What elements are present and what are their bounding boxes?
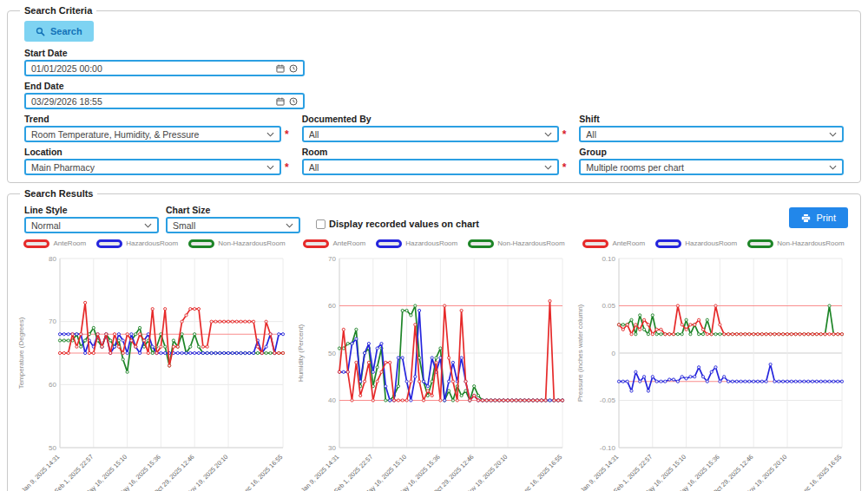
svg-text:30: 30 — [328, 444, 336, 452]
svg-text:Jan 9, 2025 14:31: Jan 9, 2025 14:31 — [20, 453, 62, 491]
display-values-label: Display recorded values on chart — [329, 219, 479, 229]
required-asterisk: * — [285, 163, 289, 172]
chart-plot: 50607080Jan 9, 2025 14:31Feb 1, 2025 22:… — [16, 250, 293, 491]
print-button[interactable]: Print — [789, 207, 848, 228]
humidity-chart: AnteRoomHazardousRoomNon-HazardousRoom 3… — [296, 237, 572, 491]
line-style-label: Line Style — [24, 205, 159, 215]
legend-swatch — [468, 239, 494, 248]
svg-text:Humidity (Percent): Humidity (Percent) — [297, 324, 305, 383]
svg-text:80: 80 — [49, 255, 56, 263]
trend-select[interactable]: Room Temperature, Humidity, & Pressure — [24, 126, 281, 142]
display-values-checkbox[interactable]: Display recorded values on chart — [316, 219, 479, 229]
room-label: Room — [302, 147, 567, 157]
trend-label: Trend — [24, 114, 289, 124]
documented-by-select[interactable]: All — [302, 126, 559, 142]
legend-item[interactable]: AnteRoom — [582, 239, 645, 248]
svg-text:Jan 9, 2025 14:31: Jan 9, 2025 14:31 — [299, 453, 341, 491]
temperature-chart: AnteRoomHazardousRoomNon-HazardousRoom 5… — [16, 237, 293, 491]
svg-text:-0.10: -0.10 — [600, 444, 616, 452]
legend-swatch — [747, 239, 773, 248]
chart-size-label: Chart Size — [166, 205, 300, 215]
svg-text:70: 70 — [49, 318, 56, 325]
legend-label: AnteRoom — [332, 239, 365, 247]
checkbox-icon[interactable] — [316, 219, 326, 229]
start-date-label: Start Date — [24, 48, 844, 58]
legend-label: HazardousRoom — [126, 239, 178, 247]
chevron-down-icon — [829, 132, 837, 137]
required-asterisk: * — [562, 130, 567, 139]
search-button[interactable]: Search — [24, 21, 94, 42]
calendar-icon[interactable] — [276, 64, 285, 73]
required-asterisk: * — [285, 130, 289, 139]
chevron-down-icon — [266, 132, 274, 137]
legend-swatch — [96, 239, 122, 248]
svg-text:-0.05: -0.05 — [600, 396, 616, 404]
end-date-value: 03/29/2026 18:55 — [31, 96, 272, 107]
documented-by-value: All — [309, 129, 540, 140]
group-value: Multiple rooms per chart — [586, 162, 825, 173]
chevron-down-icon — [544, 132, 552, 137]
location-select[interactable]: Main Pharmacy — [24, 159, 281, 175]
location-label: Location — [24, 147, 289, 157]
required-asterisk: * — [562, 163, 567, 172]
legend-item[interactable]: AnteRoom — [23, 239, 86, 248]
svg-text:Dec 16, 2025 16:55: Dec 16, 2025 16:55 — [799, 453, 843, 491]
documented-by-label: Documented By — [302, 114, 567, 124]
svg-text:60: 60 — [328, 302, 336, 310]
clock-icon[interactable] — [289, 97, 298, 106]
start-date-input[interactable]: 01/01/2025 00:00 — [24, 60, 305, 76]
pressure-chart: AnteRoomHazardousRoomNon-HazardousRoom -… — [575, 237, 852, 491]
svg-text:Pressure (inches water column): Pressure (inches water column) — [576, 304, 584, 402]
svg-text:70: 70 — [328, 255, 336, 263]
svg-text:0: 0 — [612, 350, 616, 357]
svg-text:Jan 9, 2025 14:31: Jan 9, 2025 14:31 — [579, 453, 621, 491]
charts-row: AnteRoomHazardousRoomNon-HazardousRoom 5… — [16, 237, 852, 491]
svg-text:0.05: 0.05 — [602, 302, 615, 310]
chart-size-select[interactable]: Small — [166, 217, 300, 233]
chart-legend: AnteRoomHazardousRoomNon-HazardousRoom — [296, 237, 572, 250]
svg-text:50: 50 — [49, 444, 56, 452]
legend-swatch — [188, 239, 214, 248]
shift-value: All — [586, 129, 825, 140]
legend-item[interactable]: Non-HazardousRoom — [747, 239, 844, 248]
shift-label: Shift — [579, 114, 844, 124]
group-select[interactable]: Multiple rooms per chart — [579, 159, 844, 175]
svg-text:Dec 16, 2025 16:55: Dec 16, 2025 16:55 — [240, 453, 284, 491]
search-icon — [36, 27, 45, 36]
search-criteria-legend: Search Criteria — [20, 5, 96, 16]
room-value: All — [309, 162, 540, 173]
legend-item[interactable]: HazardousRoom — [655, 239, 737, 248]
shift-select[interactable]: All — [579, 126, 844, 142]
line-style-select[interactable]: Normal — [24, 217, 159, 233]
legend-item[interactable]: Non-HazardousRoom — [468, 239, 564, 248]
chart-size-value: Small — [173, 220, 281, 231]
svg-text:50: 50 — [328, 350, 336, 357]
clock-icon[interactable] — [289, 64, 298, 73]
chevron-down-icon — [286, 223, 293, 228]
legend-item[interactable]: HazardousRoom — [96, 239, 178, 248]
trend-value: Room Temperature, Humidity, & Pressure — [31, 129, 262, 140]
printer-icon — [801, 213, 811, 223]
legend-item[interactable]: HazardousRoom — [376, 239, 457, 248]
print-button-label: Print — [816, 213, 836, 223]
search-criteria-panel: Search Criteria Search Start Date 01/01/… — [7, 5, 861, 183]
legend-item[interactable]: Non-HazardousRoom — [188, 239, 285, 248]
search-button-label: Search — [50, 26, 82, 36]
legend-swatch — [655, 239, 681, 248]
legend-item[interactable]: AnteRoom — [303, 239, 365, 248]
svg-text:Temperature (Degrees): Temperature (Degrees) — [17, 317, 25, 389]
legend-label: Non-HazardousRoom — [497, 239, 564, 247]
chart-legend: AnteRoomHazardousRoomNon-HazardousRoom — [16, 237, 293, 250]
legend-swatch — [303, 239, 329, 248]
line-style-value: Normal — [31, 220, 140, 231]
calendar-icon[interactable] — [276, 97, 285, 106]
legend-swatch — [582, 239, 608, 248]
end-date-input[interactable]: 03/29/2026 18:55 — [24, 93, 305, 109]
chevron-down-icon — [266, 165, 274, 170]
legend-label: AnteRoom — [612, 239, 645, 247]
chevron-down-icon — [829, 165, 837, 170]
search-results-panel: Search Results Line Style Normal Chart S… — [7, 188, 861, 491]
chart-plot: 3040506070Jan 9, 2025 14:31Feb 1, 2025 2… — [296, 250, 572, 491]
room-select[interactable]: All — [302, 159, 559, 175]
legend-label: Non-HazardousRoom — [777, 239, 844, 247]
